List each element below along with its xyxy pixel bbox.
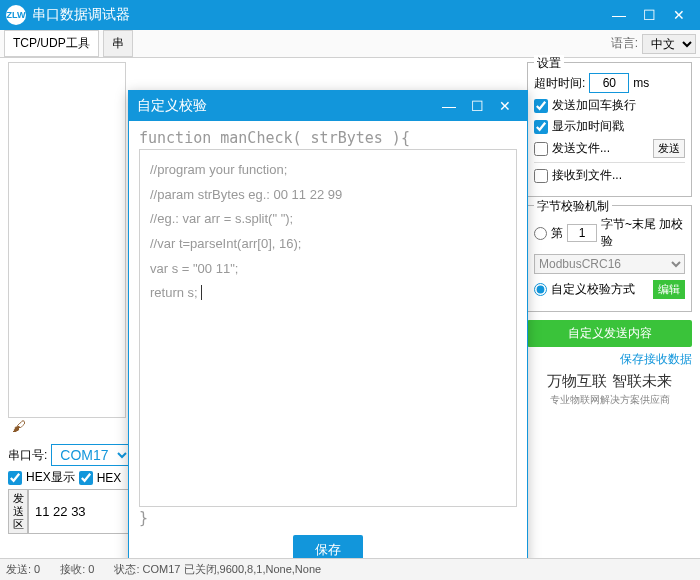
checksum-legend: 字节校验机制: [534, 198, 612, 215]
status-sent: 发送: 0: [6, 562, 40, 577]
custom-send-content-button[interactable]: 自定义发送内容: [527, 320, 692, 347]
save-receive-link[interactable]: 保存接收数据: [527, 351, 692, 368]
status-state: 状态: COM17 已关闭,9600,8,1,None,None: [114, 562, 321, 577]
send-file-label: 发送文件...: [552, 140, 610, 157]
minimize-button[interactable]: —: [604, 0, 634, 30]
dialog-maximize-button[interactable]: ☐: [463, 92, 491, 120]
dialog-minimize-button[interactable]: —: [435, 92, 463, 120]
edit-button[interactable]: 编辑: [653, 280, 685, 299]
timeout-unit: ms: [633, 76, 649, 90]
func-open: function manCheck( strBytes ){: [139, 129, 517, 147]
status-recv: 接收: 0: [60, 562, 94, 577]
slogan-small: 专业物联网解决方案供应商: [527, 393, 692, 407]
main-area: 设置 超时时间: ms 发送加回车换行 显示加时间戳 发送文件...发送 接收到…: [0, 58, 700, 538]
code-line: //var t=parseInt(arr[0], 16);: [150, 232, 506, 257]
timeout-label: 超时时间:: [534, 75, 585, 92]
receive-area: [8, 62, 126, 418]
bytepos-suffix: 字节~末尾 加校验: [601, 216, 685, 250]
timeout-input[interactable]: [589, 73, 629, 93]
bytepos-prefix: 第: [551, 225, 563, 242]
func-close: }: [139, 509, 517, 527]
send-file-checkbox[interactable]: [534, 142, 548, 156]
settings-legend: 设置: [534, 55, 564, 72]
custom-check-label: 自定义校验方式: [551, 281, 635, 298]
language-label: 语言:: [611, 35, 638, 52]
dialog-close-button[interactable]: ✕: [491, 92, 519, 120]
custom-check-dialog: 自定义校验 — ☐ ✕ function manCheck( strBytes …: [128, 90, 528, 580]
main-titlebar: ZLW 串口数据调试器 — ☐ ✕: [0, 0, 700, 30]
close-button[interactable]: ✕: [664, 0, 694, 30]
hex-display-checkbox[interactable]: [8, 471, 22, 485]
code-line: return s;: [150, 281, 506, 306]
send-file-button[interactable]: 发送: [653, 139, 685, 158]
brush-icon[interactable]: 🖌: [8, 418, 30, 440]
tab-serial[interactable]: 串: [103, 30, 133, 57]
code-editor[interactable]: //program your function; //param strByte…: [139, 149, 517, 507]
dialog-title: 自定义校验: [137, 97, 435, 115]
send-crlf-checkbox[interactable]: [534, 99, 548, 113]
crc-select[interactable]: ModbusCRC16: [534, 254, 685, 274]
recv-file-checkbox[interactable]: [534, 169, 548, 183]
app-logo-icon: ZLW: [6, 5, 26, 25]
port-select[interactable]: COM17: [51, 444, 131, 466]
slogan-big: 万物互联 智联未来: [527, 372, 692, 391]
maximize-button[interactable]: ☐: [634, 0, 664, 30]
dialog-body: function manCheck( strBytes ){ //program…: [129, 121, 527, 580]
checksum-group: 字节校验机制 第 字节~末尾 加校验 ModbusCRC16 自定义校验方式 编…: [527, 205, 692, 312]
hex2-label: HEX: [97, 471, 122, 485]
code-line: //eg.: var arr = s.split(" ");: [150, 207, 506, 232]
code-line: //param strBytes eg.: 00 11 22 99: [150, 183, 506, 208]
settings-group: 设置 超时时间: ms 发送加回车换行 显示加时间戳 发送文件...发送 接收到…: [527, 62, 692, 197]
custom-check-radio[interactable]: [534, 283, 547, 296]
show-timestamp-checkbox[interactable]: [534, 120, 548, 134]
slogan: 万物互联 智联未来 专业物联网解决方案供应商: [527, 372, 692, 407]
bytepos-input[interactable]: [567, 224, 597, 242]
right-panel: 设置 超时时间: ms 发送加回车换行 显示加时间戳 发送文件...发送 接收到…: [527, 62, 692, 407]
hex-display-label: HEX显示: [26, 469, 75, 486]
send-area-label: 发送区: [8, 489, 28, 534]
port-label: 串口号:: [8, 447, 47, 464]
recv-file-label: 接收到文件...: [552, 167, 622, 184]
dialog-titlebar: 自定义校验 — ☐ ✕: [129, 91, 527, 121]
code-line: var s = "00 11";: [150, 257, 506, 282]
tab-tcpudp[interactable]: TCP/UDP工具: [4, 30, 99, 57]
toolbar: TCP/UDP工具 串 语言: 中文: [0, 30, 700, 58]
status-bar: 发送: 0 接收: 0 状态: COM17 已关闭,9600,8,1,None,…: [0, 558, 700, 580]
language-select[interactable]: 中文: [642, 34, 696, 54]
hex2-checkbox[interactable]: [79, 471, 93, 485]
bytepos-radio[interactable]: [534, 227, 547, 240]
code-line: //program your function;: [150, 158, 506, 183]
window-title: 串口数据调试器: [32, 6, 604, 24]
send-crlf-label: 发送加回车换行: [552, 97, 636, 114]
show-timestamp-label: 显示加时间戳: [552, 118, 624, 135]
